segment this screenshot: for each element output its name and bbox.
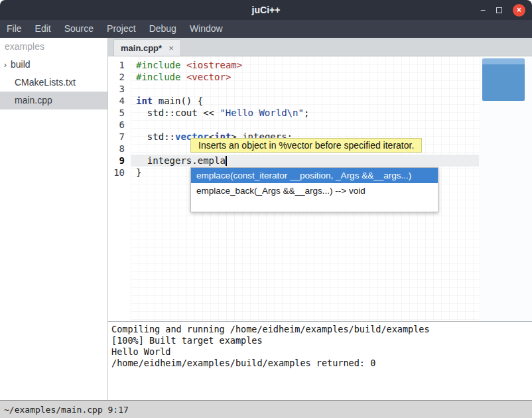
- menu-item-project[interactable]: Project: [100, 20, 143, 38]
- menu-item-debug[interactable]: Debug: [143, 20, 183, 38]
- line-number: 2: [108, 71, 131, 83]
- line-number: 3: [108, 83, 131, 95]
- code-line[interactable]: [131, 119, 479, 131]
- line-number: 6: [108, 119, 131, 131]
- completion-item[interactable]: emplace_back(_Args &&__args...) --> void: [191, 183, 438, 198]
- output-panel[interactable]: Compiling and running /home/eidheim/exam…: [108, 321, 532, 400]
- completion-popup: emplace(const_iterator __position, _Args…: [190, 167, 438, 212]
- restore-icon: [496, 7, 502, 13]
- window-title: juCi++: [0, 0, 532, 20]
- project-name: examples: [0, 38, 107, 56]
- status-location: ~/examples/main.cpp 9:17: [4, 405, 129, 415]
- tree-item-label: main.cpp: [15, 92, 52, 109]
- code-line[interactable]: #include <vector>: [131, 71, 479, 83]
- line-number: 7: [108, 131, 131, 143]
- line-number: 1: [108, 59, 131, 71]
- tree-item-main-cpp[interactable]: main.cpp: [0, 92, 107, 109]
- line-number-gutter: 12345678910: [108, 56, 131, 321]
- expander-icon[interactable]: ›: [0, 56, 11, 74]
- line-number: 10: [108, 167, 131, 178]
- close-button[interactable]: ×: [513, 4, 525, 17]
- line-number: 5: [108, 107, 131, 119]
- file-tree-panel: examples ›buildCMakeLists.txtmain.cpp: [0, 38, 108, 400]
- code-line[interactable]: int main() {: [131, 95, 479, 107]
- menu-item-file[interactable]: File: [0, 20, 29, 38]
- terminal-line: [100%] Built target examples: [111, 335, 529, 346]
- tab-close-icon[interactable]: ×: [168, 43, 174, 53]
- app-body: examples ›buildCMakeLists.txtmain.cpp ma…: [0, 38, 532, 400]
- file-tree: ›buildCMakeLists.txtmain.cpp: [0, 56, 107, 109]
- code-line[interactable]: #include <iostream>: [131, 59, 479, 71]
- text-caret: [226, 156, 227, 166]
- minimize-button[interactable]: −: [480, 4, 486, 16]
- source-map-slider[interactable]: [482, 58, 525, 101]
- menu-item-window[interactable]: Window: [183, 20, 230, 38]
- completion-item[interactable]: emplace(const_iterator __position, _Args…: [191, 168, 438, 183]
- jucipp-window: juCi++ − × FileEditSourceProjectDebugWin…: [0, 0, 532, 418]
- line-number: 9: [108, 155, 131, 167]
- tree-item-label: build: [11, 56, 31, 74]
- tab-main-cpp[interactable]: main.cpp* ×: [113, 39, 181, 56]
- maximize-button[interactable]: [496, 4, 502, 16]
- line-number: 4: [108, 95, 131, 107]
- tab-label: main.cpp*: [121, 43, 162, 53]
- menu-item-edit[interactable]: Edit: [29, 20, 58, 38]
- code-line[interactable]: integers.empla: [131, 155, 479, 167]
- source-map: [479, 56, 532, 321]
- terminal-line: Hello World: [111, 346, 529, 358]
- editor: 12345678910 #include <iostream>#include …: [108, 56, 532, 321]
- tab-bar: main.cpp* ×: [108, 38, 532, 56]
- code-line[interactable]: std::cout << "Hello World\n";: [131, 107, 479, 119]
- menu-bar: FileEditSourceProjectDebugWindow: [0, 20, 532, 38]
- titlebar[interactable]: juCi++ − ×: [0, 0, 532, 20]
- terminal-line: Compiling and running /home/eidheim/exam…: [111, 324, 529, 335]
- tree-item-label: CMakeLists.txt: [15, 74, 76, 92]
- line-number: 8: [108, 143, 131, 155]
- completion-doc-tooltip: Inserts an object in %vector before spec…: [190, 138, 422, 153]
- terminal-line: /home/eidheim/examples/build/examples re…: [111, 358, 529, 369]
- tree-item-cmakelists-txt[interactable]: CMakeLists.txt: [0, 74, 107, 92]
- menu-item-source[interactable]: Source: [58, 20, 100, 38]
- code-line[interactable]: [131, 83, 479, 95]
- status-bar: ~/examples/main.cpp 9:17: [0, 400, 532, 418]
- main-area: main.cpp* × 12345678910 #include <iostre…: [108, 38, 532, 400]
- tree-item-build[interactable]: ›build: [0, 56, 107, 74]
- window-controls: − ×: [480, 0, 525, 20]
